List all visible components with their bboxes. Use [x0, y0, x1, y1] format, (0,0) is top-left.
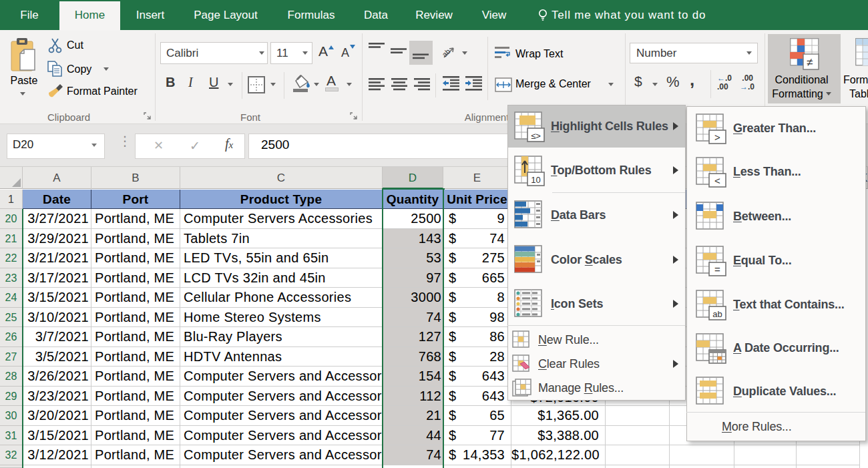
svg-text:>: > [714, 132, 720, 143]
svg-text:ab: ab [712, 309, 722, 319]
svg-text:10: 10 [531, 175, 540, 185]
svg-text:<: < [714, 175, 720, 186]
svg-text:≤>: ≤> [531, 131, 541, 141]
svg-text:=: = [714, 264, 720, 275]
svg-text:≠: ≠ [807, 56, 813, 69]
